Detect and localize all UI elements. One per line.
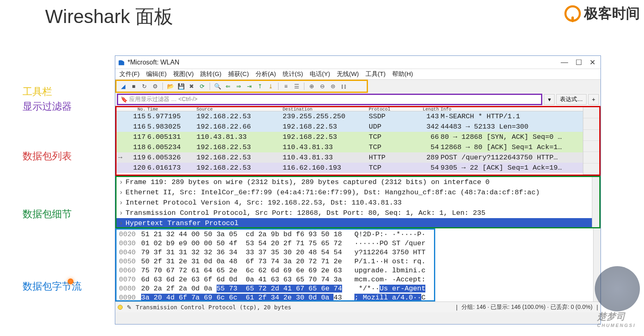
menu-file[interactable]: 文件(F) (119, 70, 139, 78)
display-filter-input[interactable]: 🔖 应用显示过滤器 … <Ctrl-/> (117, 94, 542, 105)
byte-row[interactable]: 00706d 63 6d 2e 63 6f 6d 0d 0a 41 63 63 … (116, 275, 434, 284)
col-no[interactable]: No. (116, 107, 147, 111)
maximize-button[interactable]: ☐ (575, 58, 582, 67)
expand-icon[interactable]: › (119, 219, 126, 227)
go-forward-icon[interactable]: ⇒ (235, 82, 243, 90)
expand-icon[interactable]: › (119, 189, 126, 196)
go-first-icon[interactable]: ⤒ (256, 82, 264, 90)
go-last-icon[interactable]: ⤓ (267, 82, 275, 90)
filter-history-button[interactable]: ▾ (544, 94, 555, 105)
zoom-out-icon[interactable]: ⊖ (318, 82, 327, 90)
col-dst[interactable]: Destination (283, 107, 369, 111)
menubar[interactable]: 文件(F) 编辑(E) 视图(V) 跳转(G) 捕获(C) 分析(A) 统计(S… (115, 69, 601, 80)
auto-scroll-icon[interactable]: ≡ (282, 82, 290, 90)
menu-analyze[interactable]: 分析(A) (256, 70, 276, 78)
brand-text: 极客时间 (584, 4, 640, 23)
byte-row[interactable]: 003001 02 b9 e9 00 00 50 4f 53 54 20 2f … (116, 239, 434, 248)
col-prot[interactable]: Protocol (369, 107, 418, 111)
presenter-avatar (595, 266, 640, 311)
label-toolbar: 工具栏 (23, 84, 109, 99)
byte-row[interactable]: 002051 21 32 44 00 50 3a 05 cd 2a 9b bd … (116, 230, 434, 239)
find-icon[interactable]: 🔍 (213, 82, 222, 90)
expert-info-icon[interactable] (118, 305, 123, 310)
detail-line[interactable]: ›Hypertext Transfer Protocol (116, 218, 599, 228)
detail-line[interactable]: ›Transmission Control Protocol, Src Port… (116, 208, 599, 218)
toolbar: ◢ ■ ↻ ⚙ 📂 💾 ✖ ⟳ 🔍 ⇐ ⇒ ⇥ ⤒ ⤓ ≡ ☰ ⊕ ⊖ ⊜ ⫿⫿ (115, 80, 368, 93)
close-button[interactable]: ✕ (589, 58, 596, 67)
watermark: 楚梦司 CHUMENGSI (597, 311, 636, 328)
byte-row[interactable]: 004079 3f 31 31 32 32 36 34 33 37 35 30 … (116, 248, 434, 257)
reload-icon[interactable]: ⟳ (198, 82, 206, 90)
go-back-icon[interactable]: ⇐ (224, 82, 232, 90)
window-title: *Microsoft: WLAN (128, 59, 561, 66)
detail-line[interactable]: ›Internet Protocol Version 4, Src: 192.1… (116, 198, 599, 208)
byte-row[interactable]: 006075 70 67 72 61 64 65 2e 6c 62 6d 69 … (116, 266, 434, 275)
packet-list-header[interactable]: No. Time Source Destination Protocol Len… (116, 107, 583, 111)
label-packet-detail: 数据包细节 (23, 207, 109, 221)
detail-line[interactable]: ›Frame 119: 289 bytes on wire (2312 bits… (116, 177, 599, 187)
packet-row[interactable]: 1165.983025192.168.22.66192.168.22.53UDP… (116, 122, 583, 132)
zoom-in-icon[interactable]: ⊕ (308, 82, 316, 90)
packet-bytes-pane: 002051 21 32 44 00 50 3a 05 cd 2a 9b bd … (115, 228, 435, 301)
detail-scrollbar[interactable] (592, 177, 599, 227)
restart-capture-icon[interactable]: ↻ (140, 82, 148, 90)
annotation-labels: 工具栏 显示过滤器 数据包列表 数据包细节 数据包字节流 (23, 84, 109, 294)
pointer-highlight (68, 278, 73, 284)
wireshark-icon (118, 59, 125, 66)
start-capture-icon[interactable]: ◢ (119, 82, 127, 90)
packet-details-pane: ›Frame 119: 289 bytes on wire (2312 bits… (115, 176, 601, 228)
close-file-icon[interactable]: ✖ (187, 82, 196, 90)
col-info[interactable]: Info (441, 107, 583, 111)
zoom-reset-icon[interactable]: ⊜ (329, 82, 337, 90)
resize-columns-icon[interactable]: ⫿⫿ (340, 82, 348, 90)
bookmark-icon[interactable]: 🔖 (121, 96, 128, 103)
label-packet-list: 数据包列表 (23, 149, 109, 163)
packet-row[interactable]: 1186.005234192.168.22.53110.43.81.33TCP5… (116, 142, 583, 152)
menu-edit[interactable]: 编辑(E) (146, 70, 167, 78)
menu-goto[interactable]: 跳转(G) (200, 70, 222, 78)
expand-icon[interactable]: › (119, 199, 126, 207)
packet-row[interactable]: 1176.005131110.43.81.33192.168.22.53TCP6… (116, 132, 583, 142)
menu-wireless[interactable]: 无线(W) (337, 70, 359, 78)
save-file-icon[interactable]: 💾 (177, 82, 185, 90)
add-filter-button[interactable]: + (588, 94, 599, 105)
display-filter-bar: 🔖 应用显示过滤器 … <Ctrl-/> ▾ 表达式… + (115, 93, 601, 106)
go-to-packet-icon[interactable]: ⇥ (245, 82, 253, 90)
capture-options-icon[interactable]: ⚙ (151, 82, 159, 90)
stop-capture-icon[interactable]: ■ (130, 82, 138, 90)
titlebar[interactable]: *Microsoft: WLAN — ☐ ✕ (115, 56, 601, 69)
status-separator-2: | (596, 304, 598, 311)
menu-view[interactable]: 视图(V) (173, 70, 194, 78)
expand-icon[interactable]: › (119, 209, 126, 217)
colorize-icon[interactable]: ☰ (292, 82, 301, 90)
packet-list-pane: No. Time Source Destination Protocol Len… (115, 106, 601, 176)
byte-row[interactable]: 00903a 20 4d 6f 7a 69 6c 6c 61 2f 34 2e … (116, 293, 434, 301)
status-bar: ✎ Transmission Control Protocol (tcp), 2… (115, 301, 601, 312)
menu-help[interactable]: 帮助(H) (392, 70, 413, 78)
menu-capture[interactable]: 捕获(C) (228, 70, 249, 78)
current-packet-arrow-icon: → (118, 154, 122, 161)
packet-row[interactable]: →1196.005326192.168.22.53110.43.81.33HTT… (116, 152, 583, 163)
expand-icon[interactable]: › (119, 178, 126, 186)
packet-minimap-scrollbar[interactable] (583, 107, 599, 175)
expression-button[interactable]: 表达式… (556, 94, 587, 105)
label-filter: 显示过滤器 (23, 99, 109, 114)
menu-stats[interactable]: 统计(S) (283, 70, 303, 78)
menu-tools[interactable]: 工具(T) (365, 70, 386, 78)
col-time[interactable]: Time (147, 107, 196, 111)
status-separator: | (456, 304, 458, 311)
open-file-icon[interactable]: 📂 (166, 82, 174, 90)
edit-icon[interactable]: ✎ (127, 304, 132, 311)
col-len[interactable]: Length (418, 107, 441, 111)
packet-row[interactable]: 1206.016173192.168.22.53116.62.160.193TC… (116, 163, 583, 173)
packet-row[interactable]: 1155.977195192.168.22.53239.255.255.250S… (116, 111, 583, 122)
byte-row[interactable]: 005050 2f 31 2e 31 0d 0a 48 6f 73 74 3a … (116, 257, 434, 266)
status-stats: 分组: 146 · 已显示: 146 (100.0%) · 已丢弃: 0 (0.… (461, 304, 592, 311)
status-text: Transmission Control Protocol (tcp), 20 … (136, 304, 452, 311)
byte-row[interactable]: 008020 2a 2f 2a 0d 0a 55 73 65 72 2d 41 … (116, 284, 434, 293)
col-src[interactable]: Source (196, 107, 283, 111)
filter-placeholder: 应用显示过滤器 … <Ctrl-/> (129, 96, 197, 103)
menu-telephony[interactable]: 电话(Y) (310, 70, 330, 78)
detail-line[interactable]: ›Ethernet II, Src: IntelCor_6e:f7:99 (e4… (116, 187, 599, 198)
minimize-button[interactable]: — (561, 58, 568, 67)
